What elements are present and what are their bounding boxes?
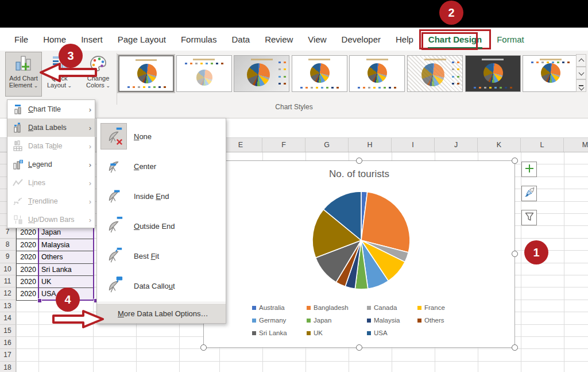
cell-country-row-11[interactable]: UK [38,275,94,288]
chart-styles-button[interactable] [521,186,537,201]
submenu-arrow-icon: › [89,105,92,114]
row-header-16[interactable]: 16 [0,339,15,347]
tab-page-layout[interactable]: Page Layout [110,31,173,48]
chart-resize-handle[interactable] [512,344,518,351]
menu-item-data-labels[interactable]: Data Labels› [7,118,95,137]
chart-style-thumbnail-8[interactable] [523,55,578,92]
chart-resize-handle[interactable] [200,344,207,351]
chart-resize-handle[interactable] [356,158,362,164]
thumb-title-bar [540,59,562,60]
chart-resize-handle[interactable] [512,251,518,257]
column-header-g[interactable]: G [305,138,349,152]
chart-filters-button[interactable] [521,210,537,225]
plus-icon [524,163,535,177]
cell-year-row-11[interactable]: 2020 [16,275,39,288]
tab-developer[interactable]: Developer [334,31,388,48]
row-header-9[interactable]: 9 [0,252,15,260]
chart-legend[interactable]: AustraliaBangladeshCanadaFranceGermanyJa… [252,302,470,338]
column-header-f[interactable]: F [262,138,305,152]
legend-item-bangladesh[interactable]: Bangladesh [307,302,367,313]
thumb-title-bar [193,59,215,60]
legend-item-japan[interactable]: Japan [307,315,367,325]
row-header-13[interactable]: 13 [0,302,15,310]
cell-year-row-12[interactable]: 2020 [16,287,39,300]
brush-icon [524,187,535,201]
tab-view[interactable]: View [300,31,334,48]
gallery-scroll-up-button[interactable] [576,54,586,67]
legend-item-germany[interactable]: Germany [252,315,307,325]
legend-item-australia[interactable]: Australia [252,302,307,313]
cell-year-row-8[interactable]: 2020 [16,239,39,251]
submenu-arrow-icon: › [89,160,92,169]
submenu-item-data-callout[interactable]: Data Callout [97,271,226,301]
legend-item-usa[interactable]: USA [367,328,417,338]
legend-item-sri-lanka[interactable]: Sri Lanka [252,328,307,338]
legend-item-malaysia[interactable]: Malaysia [367,315,417,325]
chart-style-thumbnail-2[interactable] [176,55,232,92]
add-chart-element-button[interactable]: Add Chart Element ⌄ [5,52,42,97]
menu-item-legend[interactable]: Legend› [7,155,95,174]
gallery-more-button[interactable] [576,79,586,92]
chart-style-thumbnail-4[interactable] [292,55,347,92]
column-header-h[interactable]: H [349,138,392,152]
chart-style-thumbnail-7[interactable] [465,55,521,92]
legend-marker [367,331,371,335]
thumb-legend [127,86,168,88]
pie-chart-object[interactable]: No. of tourists AustraliaBangladeshCanad… [203,160,515,348]
submenu-item-best-fit[interactable]: Best Fit [97,241,226,271]
legend-item-canada[interactable]: Canada [367,302,417,313]
label-data-callout-icon [100,273,127,299]
selection-fill-handle[interactable] [37,298,42,303]
tab-review[interactable]: Review [257,31,300,48]
submenu-item-outside-end[interactable]: Outside End [97,211,226,241]
menu-item-more-data-label-options[interactable]: More Data Label Options… [97,304,226,323]
chart-style-thumbnail-1[interactable] [118,55,174,92]
row-header-8[interactable]: 8 [0,240,15,248]
chart-title[interactable]: No. of tourists [204,168,514,180]
chart-style-thumbnail-3[interactable] [234,55,289,92]
legend-item-uk[interactable]: UK [307,328,367,338]
submenu-item-center[interactable]: Center [97,151,226,181]
column-header-m[interactable]: M [564,138,588,152]
chart-style-thumbnail-5[interactable] [349,55,405,92]
pie-chart[interactable] [310,189,413,294]
tab-formulas[interactable]: Formulas [173,31,225,48]
chart-resize-handle[interactable] [356,344,362,351]
row-header-10[interactable]: 10 [0,265,15,273]
row-header-17[interactable]: 17 [0,351,15,359]
tab-format[interactable]: Format [489,31,532,48]
tab-file[interactable]: File [7,31,36,48]
thumb-pie-icon [421,63,444,86]
row-header-7[interactable]: 7 [0,228,15,236]
chart-style-thumbnail-6[interactable] [407,55,463,92]
column-header-i[interactable]: I [392,138,435,152]
tab-data[interactable]: Data [224,31,257,48]
submenu-item-none[interactable]: None [97,121,226,151]
column-header-j[interactable]: J [435,138,478,152]
thumb-title-bar [136,59,157,61]
gallery-scroll-down-button[interactable] [576,67,586,79]
row-header-18[interactable]: 18 [0,363,15,371]
row-header-15[interactable]: 15 [0,327,15,335]
cell-country-row-9[interactable]: Others [38,251,94,263]
cell-country-row-10[interactable]: Sri Lanka [38,263,94,276]
menu-item-chart-title[interactable]: Chart Title› [7,100,95,118]
row-header-12[interactable]: 12 [0,289,15,297]
cell-year-row-9[interactable]: 2020 [16,251,39,263]
cell-country-row-8[interactable]: Malaysia [38,239,94,251]
column-header-k[interactable]: K [478,138,521,152]
menu-item-label: Trendline [25,197,89,205]
tab-help[interactable]: Help [388,31,421,48]
legend-item-france[interactable]: France [417,302,470,313]
tab-insert[interactable]: Insert [74,31,110,48]
row-header-11[interactable]: 11 [0,277,15,285]
chart-resize-handle[interactable] [512,158,518,164]
excel-window: FileHomeInsertPage LayoutFormulasDataRev… [0,0,588,372]
chart-elements-button[interactable] [521,162,537,177]
more-styles-icon [578,83,584,89]
cell-year-row-10[interactable]: 2020 [16,263,39,276]
submenu-item-inside-end[interactable]: Inside End [97,181,226,211]
row-header-14[interactable]: 14 [0,314,15,322]
column-header-l[interactable]: L [521,138,564,152]
legend-item-others[interactable]: Others [417,315,470,325]
